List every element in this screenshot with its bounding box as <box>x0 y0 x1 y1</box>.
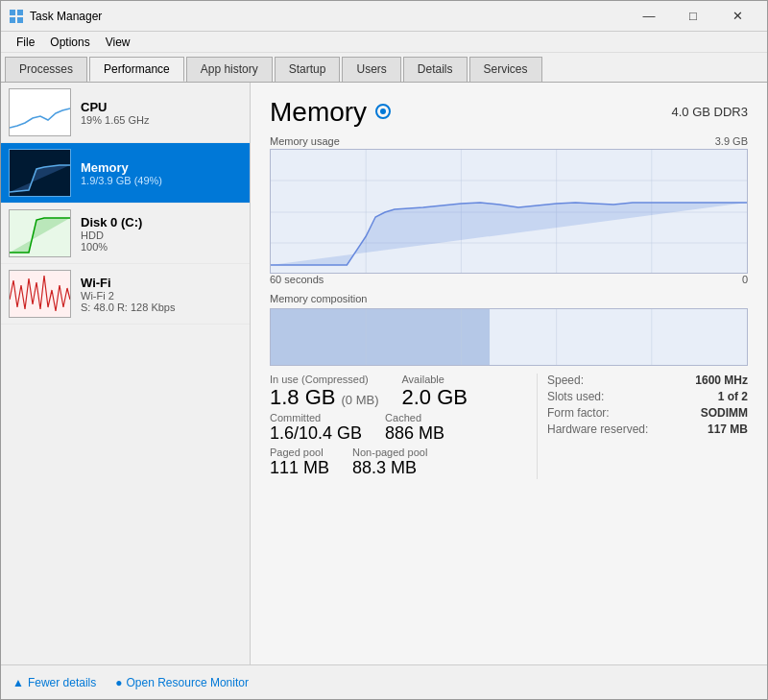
available-value: 2.0 GB <box>401 385 467 410</box>
available-label: Available <box>401 374 467 385</box>
cpu-mini-chart <box>9 88 71 136</box>
wifi-item-info: Wi-Fi Wi-Fi 2 S: 48.0 R: 128 Kbps <box>81 276 242 313</box>
monitor-icon: ● <box>115 676 122 689</box>
menu-bar: File Options View <box>1 32 767 53</box>
in-use-block: In use (Compressed) 1.8 GB (0 MB) <box>270 374 378 410</box>
fewer-details-text: Fewer details <box>28 676 96 689</box>
disk-item-info: Disk 0 (C:) HDD 100% <box>81 215 242 253</box>
stats-left: In use (Compressed) 1.8 GB (0 MB) Availa… <box>270 374 537 479</box>
svg-rect-3 <box>17 17 23 23</box>
sidebar-item-disk[interactable]: Disk 0 (C:) HDD 100% <box>1 204 250 264</box>
tab-startup[interactable]: Startup <box>275 57 341 82</box>
stats-right: Speed: 1600 MHz Slots used: 1 of 2 Form … <box>537 374 748 479</box>
main-panel: Memory 4.0 GB DDR3 Memory usage 3.9 GB <box>251 83 767 664</box>
main-spec: 4.0 GB DDR3 <box>672 105 748 119</box>
tab-app-history[interactable]: App history <box>186 57 273 82</box>
memory-item-info: Memory 1.9/3.9 GB (49%) <box>81 160 242 186</box>
memory-sub: 1.9/3.9 GB (49%) <box>81 175 242 186</box>
tab-processes[interactable]: Processes <box>5 57 87 82</box>
sidebar-item-memory[interactable]: Memory 1.9/3.9 GB (49%) <box>1 143 250 204</box>
cpu-sub: 19% 1.65 GHz <box>81 114 242 126</box>
app-icon <box>9 9 24 24</box>
sidebar-item-cpu[interactable]: CPU 19% 1.65 GHz <box>1 83 250 143</box>
composition-chart <box>270 308 748 366</box>
svg-point-9 <box>380 109 386 114</box>
footer: ▲ Fewer details ● Open Resource Monitor <box>1 664 767 699</box>
disk-mini-chart <box>9 209 71 257</box>
minimize-button[interactable]: — <box>627 1 671 32</box>
title-bar-text: Task Manager <box>30 10 627 23</box>
paged-value: 111 MB <box>270 458 329 479</box>
speed-value: 1600 MHz <box>695 374 748 387</box>
menu-view[interactable]: View <box>98 34 138 51</box>
main-header: Memory 4.0 GB DDR3 <box>270 97 748 128</box>
composition-section: Memory composition <box>270 293 748 366</box>
form-label: Form factor: <box>547 406 610 420</box>
svg-rect-2 <box>10 17 15 23</box>
tab-users[interactable]: Users <box>342 57 400 82</box>
sidebar-item-wifi[interactable]: Wi-Fi Wi-Fi 2 S: 48.0 R: 128 Kbps <box>1 264 250 325</box>
nonpaged-label: Non-paged pool <box>352 447 427 458</box>
svg-rect-1 <box>17 10 23 15</box>
memory-mini-chart <box>9 149 71 197</box>
tab-bar: Processes Performance App history Startu… <box>1 53 767 83</box>
task-manager-window: Task Manager — □ ✕ File Options View Pro… <box>0 0 768 700</box>
menu-file[interactable]: File <box>9 34 42 51</box>
sidebar: CPU 19% 1.65 GHz Memory 1.9/3.9 GB (49%) <box>1 83 251 664</box>
committed-block: Committed 1.6/10.4 GB <box>270 412 362 445</box>
slots-value: 1 of 2 <box>718 390 748 403</box>
usage-chart-section: Memory usage 3.9 GB <box>270 135 748 285</box>
committed-label: Committed <box>270 412 362 423</box>
menu-options[interactable]: Options <box>42 34 97 51</box>
disk-sub2: 100% <box>81 241 242 253</box>
cpu-item-info: CPU 19% 1.65 GHz <box>81 100 242 126</box>
slots-row: Slots used: 1 of 2 <box>547 390 748 403</box>
svg-rect-0 <box>10 10 15 15</box>
paged-label: Paged pool <box>270 447 329 458</box>
fewer-details-link[interactable]: ▲ Fewer details <box>12 676 96 689</box>
paged-block: Paged pool 111 MB <box>270 447 329 479</box>
hw-label: Hardware reserved: <box>547 422 648 436</box>
open-monitor-text: Open Resource Monitor <box>127 676 249 689</box>
tab-performance[interactable]: Performance <box>89 57 184 82</box>
svg-rect-20 <box>490 309 747 366</box>
svg-rect-4 <box>10 89 70 135</box>
in-use-compressed: (0 MB) <box>341 393 378 407</box>
open-monitor-link[interactable]: ● Open Resource Monitor <box>115 676 249 689</box>
cpu-label: CPU <box>81 100 242 114</box>
in-use-value: 1.8 GB <box>270 385 335 410</box>
cursor-icon <box>374 103 392 124</box>
speed-label: Speed: <box>547 374 584 387</box>
chart-time: 60 seconds 0 <box>270 274 748 285</box>
disk-sub1: HDD <box>81 229 242 241</box>
tab-details[interactable]: Details <box>403 57 468 82</box>
wifi-mini-chart <box>9 270 71 318</box>
tab-services[interactable]: Services <box>469 57 542 82</box>
memory-label: Memory <box>81 160 242 175</box>
committed-value: 1.6/10.4 GB <box>270 423 362 445</box>
content-area: CPU 19% 1.65 GHz Memory 1.9/3.9 GB (49%) <box>1 83 767 664</box>
main-title: Memory <box>270 97 367 128</box>
slots-label: Slots used: <box>547 390 604 403</box>
fewer-details-icon: ▲ <box>12 676 24 689</box>
form-value: SODIMM <box>701 406 748 420</box>
available-block: Available 2.0 GB <box>401 374 467 410</box>
close-button[interactable]: ✕ <box>715 1 759 32</box>
in-use-label: In use (Compressed) <box>270 374 378 385</box>
wifi-sub1: Wi-Fi 2 <box>81 290 242 302</box>
svg-rect-19 <box>271 309 490 366</box>
hw-row: Hardware reserved: 117 MB <box>547 422 748 436</box>
usage-label: Memory usage 3.9 GB <box>270 135 748 147</box>
form-row: Form factor: SODIMM <box>547 406 748 420</box>
usage-chart <box>270 149 748 274</box>
wifi-label: Wi-Fi <box>81 276 242 290</box>
composition-label: Memory composition <box>270 293 748 304</box>
maximize-button[interactable]: □ <box>671 1 715 32</box>
nonpaged-block: Non-paged pool 88.3 MB <box>352 447 427 479</box>
bottom-stats: In use (Compressed) 1.8 GB (0 MB) Availa… <box>270 374 748 479</box>
wifi-sub2: S: 48.0 R: 128 Kbps <box>81 302 242 313</box>
cached-value: 886 MB <box>385 423 444 445</box>
nonpaged-value: 88.3 MB <box>352 458 427 479</box>
disk-label: Disk 0 (C:) <box>81 215 242 229</box>
cached-block: Cached 886 MB <box>385 412 444 445</box>
